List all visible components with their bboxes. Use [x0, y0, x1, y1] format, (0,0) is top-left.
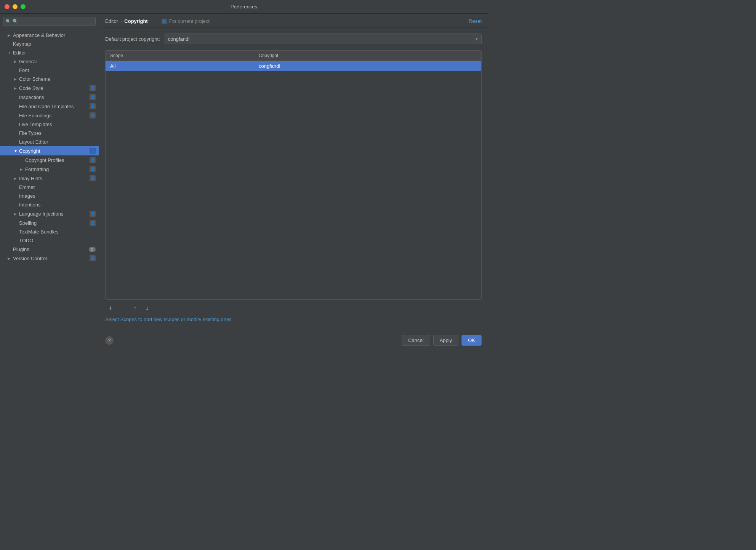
select-scopes-link[interactable]: Select Scopes to add new scopes or modif… [105, 315, 482, 324]
reset-button[interactable]: Reset [469, 18, 482, 24]
sidebar-item-todo[interactable]: TODO [0, 236, 99, 245]
arrow-icon: ▼ [8, 51, 13, 55]
title-bar: Preferences [0, 0, 488, 14]
arrow-icon: ▶ [14, 176, 19, 181]
sidebar-item-label: Language Injections [19, 211, 90, 217]
sidebar-item-spelling[interactable]: Spelling 👤 [0, 218, 99, 227]
sidebar-item-intentions[interactable]: Intentions [0, 200, 99, 209]
sidebar-item-label: General [19, 59, 96, 64]
sidebar-item-layout-editor[interactable]: Layout Editor [0, 138, 99, 146]
move-up-button[interactable]: ↑ [130, 303, 140, 313]
sidebar-item-live-templates[interactable]: Live Templates [0, 120, 99, 129]
arrow-icon: ▶ [14, 86, 19, 90]
move-down-button[interactable]: ↓ [142, 303, 152, 313]
sidebar-item-label: File Types [19, 130, 96, 136]
main-content: 🔍 ▶ Appearance & Behavior Keymap ▼ Edito… [0, 14, 488, 350]
sidebar-tree: ▶ Appearance & Behavior Keymap ▼ Editor … [0, 29, 99, 350]
profile-icon: 👤 [90, 157, 96, 163]
profile-icon: 👤 [90, 175, 96, 181]
add-button[interactable]: + [105, 303, 116, 313]
minimize-button[interactable] [13, 4, 18, 9]
project-icon: 👤 [162, 19, 167, 24]
maximize-button[interactable] [21, 4, 26, 9]
sidebar-item-label: Copyright [19, 148, 90, 154]
sidebar-item-copyright[interactable]: ▼ Copyright 👤 [0, 146, 99, 155]
apply-button[interactable]: Apply [433, 335, 459, 346]
help-button[interactable]: ? [105, 336, 114, 345]
toolbar: + − ↑ ↓ [105, 300, 482, 315]
sidebar-item-general[interactable]: ▶ General [0, 57, 99, 66]
breadcrumb: Editor › Copyright [105, 18, 148, 24]
arrow-icon: ▶ [8, 33, 13, 37]
arrow-icon: ▶ [14, 77, 19, 81]
table-row[interactable]: All congfandi [106, 61, 481, 71]
sidebar-item-label: File Encodings [19, 113, 90, 118]
profile-icon: 👤 [90, 166, 96, 172]
sidebar-item-images[interactable]: Images [0, 192, 99, 200]
breadcrumb-separator: › [120, 18, 122, 24]
sidebar-item-label: Inspections [19, 94, 90, 100]
sidebar-item-label: Emmet [19, 184, 96, 190]
profile-icon: 👤 [90, 220, 96, 226]
sidebar-item-label: Formatting [25, 166, 90, 172]
sidebar-item-plugins[interactable]: Plugins 2 [0, 245, 99, 254]
search-input[interactable] [3, 17, 96, 26]
sidebar-item-formatting[interactable]: ▶ Formatting 👤 [0, 165, 99, 174]
table-area: Scope Copyright All congfandi + − ↑ [105, 50, 482, 324]
profile-icon: 👤 [90, 85, 96, 91]
remove-button[interactable]: − [117, 303, 128, 313]
panel-header: Editor › Copyright 👤 For current project… [99, 14, 488, 27]
th-copyright: Copyright [254, 51, 481, 61]
sidebar-item-keymap[interactable]: Keymap [0, 40, 99, 48]
default-copyright-dropdown[interactable]: congfandi [165, 34, 482, 44]
sidebar-item-label: Editor [13, 50, 96, 56]
dropdown-value: congfandi [168, 36, 189, 42]
plugins-badge: 2 [89, 247, 96, 252]
sidebar-item-language-injections[interactable]: ▶ Language Injections 👤 [0, 209, 99, 218]
sidebar-item-textmate-bundles[interactable]: TextMate Bundles [0, 227, 99, 236]
sidebar-item-code-style[interactable]: ▶ Code Style 👤 [0, 83, 99, 93]
arrow-icon: ▶ [14, 212, 19, 216]
sidebar-item-file-encodings[interactable]: File Encodings 👤 [0, 111, 99, 120]
scope-copyright-table: Scope Copyright All congfandi [105, 50, 482, 300]
search-icon: 🔍 [6, 19, 11, 24]
sidebar-item-editor[interactable]: ▼ Editor [0, 48, 99, 57]
traffic-lights [5, 4, 26, 9]
sidebar-item-label: Code Style [19, 85, 90, 91]
sidebar-item-file-types[interactable]: File Types [0, 129, 99, 138]
sidebar-item-inspections[interactable]: Inspections 👤 [0, 93, 99, 102]
th-scope: Scope [106, 51, 254, 61]
close-button[interactable] [5, 4, 10, 9]
sidebar-item-label: File and Code Templates [19, 104, 90, 109]
ok-button[interactable]: OK [461, 335, 482, 346]
arrow-icon: ▶ [20, 167, 25, 171]
cancel-button[interactable]: Cancel [402, 335, 430, 346]
sidebar-item-label: Spelling [19, 220, 90, 226]
right-panel: Editor › Copyright 👤 For current project… [99, 14, 488, 350]
sidebar-item-label: Appearance & Behavior [13, 32, 96, 38]
td-copyright: congfandi [254, 61, 481, 71]
profile-icon: 👤 [90, 103, 96, 109]
sidebar-item-color-scheme[interactable]: ▶ Color Scheme [0, 75, 99, 83]
sidebar-item-file-code-templates[interactable]: File and Code Templates 👤 [0, 102, 99, 111]
sidebar-item-font[interactable]: Font [0, 66, 99, 75]
sidebar-item-label: Font [19, 67, 96, 73]
sidebar-item-copyright-profiles[interactable]: Copyright Profiles 👤 [0, 155, 99, 165]
sidebar-item-appearance[interactable]: ▶ Appearance & Behavior [0, 31, 99, 40]
sidebar-item-label: TextMate Bundles [19, 229, 96, 235]
sidebar-item-label: Images [19, 193, 96, 199]
arrow-icon: ▶ [14, 59, 19, 64]
default-copyright-row: Default project copyright: congfandi ▼ [105, 34, 482, 44]
profile-icon: 👤 [90, 148, 96, 154]
sidebar-item-label: Keymap [13, 41, 96, 47]
profile-icon: 👤 [90, 94, 96, 100]
sidebar-item-inlay-hints[interactable]: ▶ Inlay Hints 👤 [0, 174, 99, 183]
td-scope: All [106, 61, 254, 71]
default-copyright-label: Default project copyright: [105, 36, 160, 42]
sidebar-item-emmet[interactable]: Emmet [0, 183, 99, 192]
search-box: 🔍 [0, 14, 99, 29]
for-current-project: 👤 For current project [162, 18, 210, 24]
sidebar-item-version-control[interactable]: ▶ Version Control 👤 [0, 254, 99, 263]
arrow-icon: ▼ [14, 149, 19, 153]
sidebar-item-label: Copyright Profiles [25, 157, 90, 163]
